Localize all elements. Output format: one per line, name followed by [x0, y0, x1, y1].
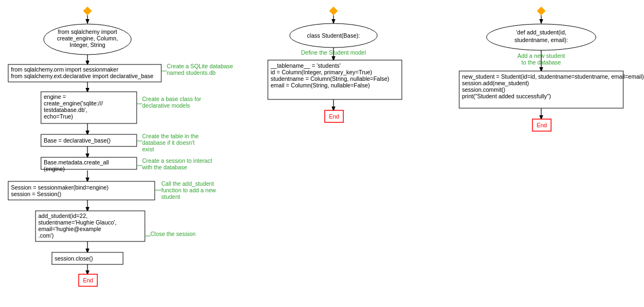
engine-text-3: testdatabase.db',	[44, 107, 87, 113]
orm-text-1: from sqlalchemy.orm import sessionmaker	[11, 66, 119, 73]
createall-text-2: (engine)	[44, 166, 65, 172]
table-text-4: email = Column(String, nullable=False)	[271, 82, 370, 88]
orm-text-2: from sqlalchemy.ext.declarative import d…	[11, 73, 154, 79]
import-text-2: create_engine, Column,	[57, 35, 118, 42]
addcall-text-2: studentname='Hughie Glauco',	[38, 219, 116, 226]
engine-text-2: create_engine('sqlite:///	[44, 100, 103, 107]
start-diamond-right	[537, 7, 546, 15]
flowchart-svg: from sqlalchemy import create_engine, Co…	[0, 0, 644, 307]
close-text: session.close()	[55, 255, 93, 262]
addcall-text-4: .com')	[38, 232, 54, 239]
annotation-table: Create the table in the	[142, 133, 198, 139]
createall-text-1: Base.metadata.create_all	[44, 159, 109, 166]
annotation-base: Create a base class for	[142, 96, 201, 102]
annotation-table-2: database if it doesn't	[142, 139, 195, 146]
addcall-text-3: email='hughie@example	[38, 226, 101, 232]
table-text-2: id = Column(Integer, primary_key=True)	[271, 69, 372, 75]
annotation-sqlite: Create a SQLite database	[167, 63, 233, 69]
session-text-1: Session = sessionmaker(bind=engine)	[11, 184, 109, 191]
annotation-addstudent-2: function to add a new	[161, 187, 216, 193]
engine-text-1: engine =	[44, 93, 66, 100]
body-text-1: new_student = Student(id=id, studentname…	[462, 73, 644, 80]
def-text-2: studentname, email):	[514, 37, 568, 43]
base-text: Base = declarative_base()	[44, 137, 110, 144]
annotation-table-3: exist	[142, 146, 154, 152]
end-text-2: End	[329, 113, 339, 120]
annotation-addstudent: Call the add_student	[161, 180, 214, 187]
end-text-1: End	[83, 277, 93, 284]
import-text-3: Integer, String	[69, 42, 106, 48]
addcall-text-1: add_student(id=22,	[38, 212, 87, 219]
end-text-3: End	[537, 122, 547, 128]
import-text-1: from sqlalchemy import	[58, 28, 118, 35]
start-diamond-middle	[329, 7, 338, 15]
annotation-session-2: with the database	[142, 164, 187, 170]
body-text-4: print("Student added successfully")	[462, 93, 551, 99]
def-text-1: 'def add_student(id,	[516, 29, 566, 36]
annotation-base-2: declarative models	[142, 102, 190, 109]
table-text-3: studentname = Column(String, nullable=Fa…	[271, 75, 389, 82]
start-diamond-left	[83, 7, 92, 15]
flowchart-diagram: from sqlalchemy import create_engine, Co…	[0, 0, 644, 307]
body-text-3: session.commit()	[462, 86, 505, 93]
engine-text-4: echo=True)	[44, 113, 73, 120]
session-text-2: session = Session()	[11, 191, 61, 197]
class-text: class Student(Base):	[307, 32, 360, 39]
annotation-close: Close the session	[150, 231, 196, 237]
body-text-2: session.add(new_student)	[462, 80, 529, 86]
table-text-1: __tablename__ = 'students'	[270, 62, 341, 69]
annotation-addstudent-3: student	[161, 193, 180, 200]
annotation-sqlite-2: named students.db	[167, 69, 215, 76]
annotation-session: Create a session to interact	[142, 157, 212, 164]
